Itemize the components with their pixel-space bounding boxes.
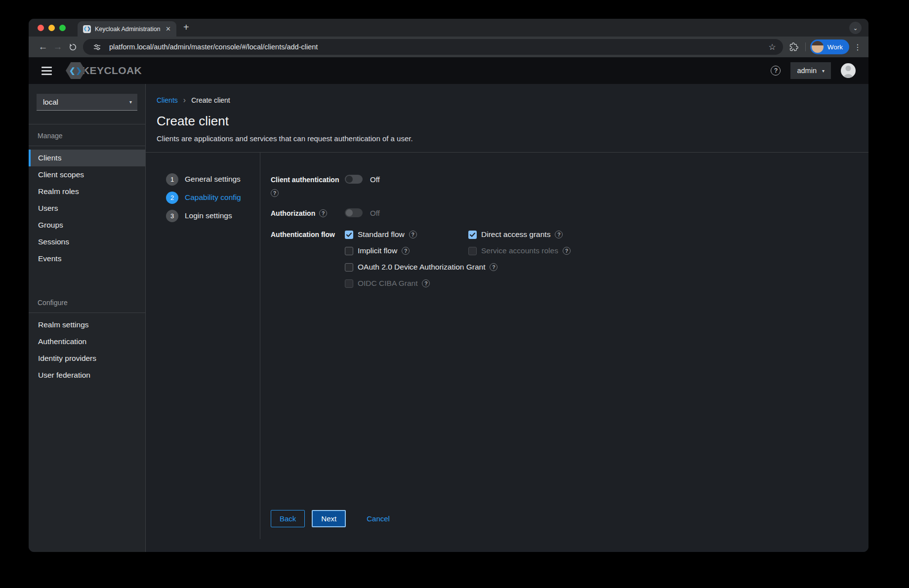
authorization-row: Authorization ? Off xyxy=(271,208,868,218)
sidebar: local ▾ ManageClientsClient scopesRealm … xyxy=(29,84,146,552)
extensions-puzzle-icon[interactable] xyxy=(787,42,801,51)
sidebar-item-identity-providers[interactable]: Identity providers xyxy=(29,350,145,367)
wizard-step-login-settings[interactable]: 3Login settings xyxy=(166,209,260,222)
browser-menu-icon[interactable]: ⋮ xyxy=(854,42,862,52)
checkbox-help-icon[interactable]: ? xyxy=(409,231,417,238)
step-number: 3 xyxy=(166,210,178,222)
checkbox-help-icon[interactable]: ? xyxy=(563,247,571,255)
toolbar-divider xyxy=(805,42,806,51)
sidebar-item-users[interactable]: Users xyxy=(29,200,145,217)
checkbox-direct-access-grants[interactable]: Direct access grants? xyxy=(468,230,868,239)
wizard-footer: Back Next Cancel xyxy=(271,510,868,539)
url-text[interactable]: platform.local/auth/admin/master/console… xyxy=(109,43,763,51)
sidebar-item-groups[interactable]: Groups xyxy=(29,217,145,234)
realm-name: local xyxy=(43,98,58,106)
bookmark-star-icon[interactable]: ☆ xyxy=(768,42,776,52)
breadcrumb: Clients › Create client xyxy=(157,96,855,104)
checkbox-label: Implicit flow xyxy=(358,246,397,255)
keycloak-favicon-icon: ❮❯ xyxy=(83,25,91,33)
breadcrumb-current: Create client xyxy=(191,96,230,104)
user-avatar[interactable] xyxy=(841,63,856,78)
window-controls xyxy=(38,25,66,31)
checkbox-oauth-2-0-device-authorization-grant[interactable]: OAuth 2.0 Device Authorization Grant? xyxy=(345,263,468,272)
browser-window: ❮❯ Keycloak Administration UI ✕ + ⌄ ← → xyxy=(29,19,868,552)
url-bar[interactable]: platform.local/auth/admin/master/console… xyxy=(83,39,783,55)
checkbox-service-accounts-roles[interactable]: Service accounts roles? xyxy=(468,246,868,255)
page-description: Clients are applications and services th… xyxy=(157,134,855,152)
sidebar-item-realm-roles[interactable]: Realm roles xyxy=(29,183,145,200)
nav-section-configure: ConfigureRealm settingsAuthenticationIde… xyxy=(29,291,145,387)
nav-list: Realm settingsAuthenticationIdentity pro… xyxy=(29,313,145,387)
forward-button[interactable]: → xyxy=(50,39,65,54)
checkbox-help-icon[interactable]: ? xyxy=(555,231,563,238)
checkbox-oidc-ciba-grant[interactable]: OIDC CIBA Grant? xyxy=(345,279,468,288)
checkbox-box[interactable] xyxy=(345,247,353,255)
realm-selector-area: local ▾ xyxy=(29,84,145,124)
step-label: Capability config xyxy=(185,193,241,202)
new-tab-button[interactable]: + xyxy=(183,22,189,34)
nav-section-title: Configure xyxy=(29,291,145,313)
realm-selector[interactable]: local ▾ xyxy=(37,94,137,111)
sidebar-item-user-federation[interactable]: User federation xyxy=(29,367,145,384)
next-step-button[interactable]: Next xyxy=(312,510,346,527)
zoom-window-button[interactable] xyxy=(59,25,66,31)
capability-config-form: Client authentication ? Off Authorizatio… xyxy=(260,153,868,539)
sidebar-item-events[interactable]: Events xyxy=(29,250,145,267)
checkbox-help-icon[interactable]: ? xyxy=(422,279,430,287)
sidebar-nav: ManageClientsClient scopesRealm rolesUse… xyxy=(29,124,145,387)
sidebar-item-client-scopes[interactable]: Client scopes xyxy=(29,166,145,183)
checkbox-implicit-flow[interactable]: Implicit flow? xyxy=(345,246,468,255)
authorization-toggle[interactable] xyxy=(345,208,363,217)
sidebar-item-sessions[interactable]: Sessions xyxy=(29,234,145,250)
step-number: 1 xyxy=(166,173,178,186)
keycloak-masthead: ❮❯ KEYCLOAK ? admin ▾ xyxy=(29,57,868,84)
checkbox-box[interactable] xyxy=(345,279,353,288)
site-info-icon[interactable] xyxy=(90,43,104,51)
profile-name: Work xyxy=(827,43,843,51)
wizard-steps: 1General settings2Capability config3Logi… xyxy=(146,153,260,539)
user-name: admin xyxy=(797,67,817,75)
browser-tab[interactable]: ❮❯ Keycloak Administration UI ✕ xyxy=(78,21,176,37)
close-window-button[interactable] xyxy=(38,25,44,31)
wizard-step-capability-config[interactable]: 2Capability config xyxy=(166,191,260,204)
minimize-window-button[interactable] xyxy=(48,25,55,31)
checkbox-box[interactable] xyxy=(345,231,353,239)
tab-close-icon[interactable]: ✕ xyxy=(164,25,172,33)
main-content: Clients › Create client Create client Cl… xyxy=(146,84,868,552)
step-number: 2 xyxy=(166,192,178,204)
sidebar-item-authentication[interactable]: Authentication xyxy=(29,333,145,350)
checkbox-box[interactable] xyxy=(468,231,477,239)
brand-text: KEYCLOAK xyxy=(82,65,142,77)
user-dropdown[interactable]: admin ▾ xyxy=(790,62,831,79)
wizard-step-general-settings[interactable]: 1General settings xyxy=(166,173,260,186)
keycloak-logo[interactable]: ❮❯ KEYCLOAK xyxy=(66,62,142,79)
breadcrumb-clients-link[interactable]: Clients xyxy=(157,96,178,104)
client-authentication-help-icon[interactable]: ? xyxy=(271,189,279,197)
nav-section-title: Manage xyxy=(29,124,145,146)
checkbox-label: OIDC CIBA Grant xyxy=(358,279,417,288)
wizard: 1General settings2Capability config3Logi… xyxy=(146,153,868,539)
browser-profile-button[interactable]: Work xyxy=(810,39,849,54)
checkbox-label: OAuth 2.0 Device Authorization Grant xyxy=(358,263,485,272)
checkbox-help-icon[interactable]: ? xyxy=(490,263,497,271)
cancel-button[interactable]: Cancel xyxy=(367,510,390,527)
tab-search-chevron-icon[interactable]: ⌄ xyxy=(849,22,862,34)
page-title: Create client xyxy=(157,114,855,129)
checkbox-box[interactable] xyxy=(468,247,477,255)
back-step-button[interactable]: Back xyxy=(271,510,305,527)
auth-flow-grid: Standard flow?Direct access grants?Impli… xyxy=(345,230,868,288)
sidebar-item-clients[interactable]: Clients xyxy=(29,150,145,166)
checkbox-help-icon[interactable]: ? xyxy=(402,247,410,255)
back-button[interactable]: ← xyxy=(36,39,50,54)
client-authentication-toggle[interactable] xyxy=(345,175,363,184)
sidebar-item-realm-settings[interactable]: Realm settings xyxy=(29,316,145,333)
profile-avatar xyxy=(812,41,824,53)
checkbox-label: Standard flow xyxy=(358,230,405,239)
checkbox-box[interactable] xyxy=(345,263,353,272)
checkbox-standard-flow[interactable]: Standard flow? xyxy=(345,230,468,239)
reload-button[interactable] xyxy=(65,39,80,54)
authorization-help-icon[interactable]: ? xyxy=(319,209,327,217)
user-dropdown-caret-icon: ▾ xyxy=(822,68,825,74)
sidebar-toggle-hamburger-icon[interactable] xyxy=(41,67,52,75)
help-icon[interactable]: ? xyxy=(771,66,781,76)
